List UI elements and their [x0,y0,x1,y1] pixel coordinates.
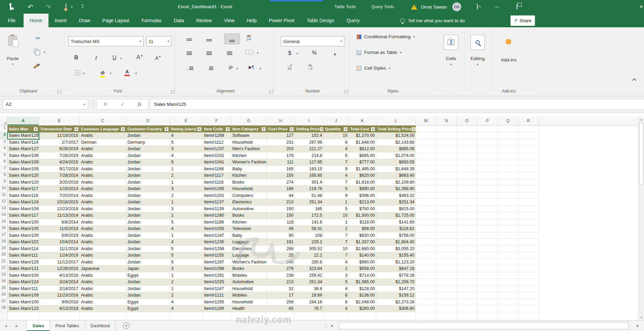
cell[interactable]: Mobiles [231,292,267,299]
empty-cell[interactable] [416,312,436,320]
row-number[interactable]: 20 [0,252,8,259]
font-dialog-launcher[interactable]: ↘ [170,89,175,93]
cell[interactable]: Item#1202 [203,192,231,199]
format-as-table-button[interactable]: Format as Table▾ [357,50,401,55]
empty-cell[interactable] [518,159,539,166]
empty-cell[interactable] [436,219,457,226]
empty-cell[interactable] [498,265,518,272]
tab-review[interactable]: Review [190,14,218,27]
row-number[interactable]: 26 [0,292,8,299]
empty-cell[interactable] [498,179,518,186]
table-header-sales-man[interactable]: Sales Man▼ [8,126,39,132]
cell[interactable]: 141.6 [295,219,324,226]
cell[interactable]: 11/23/2016 [39,292,80,299]
redo-icon[interactable]: ↷ [43,3,53,11]
cell[interactable]: 5 [170,246,203,253]
row-number[interactable]: 22 [0,265,8,272]
cell[interactable]: 4/13/2018 [39,305,80,312]
empty-cell[interactable] [518,179,539,186]
empty-cell[interactable] [436,186,457,192]
cell[interactable]: 4 [324,172,349,179]
cell[interactable]: $1,270.00 [349,132,376,139]
empty-cell[interactable] [477,179,498,186]
cell[interactable]: 65 [267,305,295,312]
cell[interactable]: $1,500.00 [349,212,376,219]
cell[interactable]: Sales Man#123 [8,305,39,312]
cell[interactable]: Arabic [80,246,126,253]
cell[interactable]: Item#1186 [203,219,231,226]
cell[interactable]: 49 [267,226,295,232]
font-size-select[interactable]: 11▾ [146,36,172,46]
cell[interactable]: 6/8/2014 [39,219,80,226]
cell[interactable]: Item#1032 [203,153,231,159]
empty-cell[interactable] [477,292,498,299]
row-number[interactable]: 27 [0,299,8,306]
cell[interactable]: 11/12/2017 [39,259,80,266]
merge-dropdown-icon[interactable]: ▾ [257,51,259,55]
cell[interactable]: $396.00 [349,192,376,199]
empty-cell[interactable] [457,172,477,179]
collapse-ribbon-icon[interactable] [633,78,636,81]
empty-cell[interactable] [518,153,539,159]
cell[interactable]: 165 [267,166,295,173]
cell[interactable]: 111 [267,159,295,166]
cell[interactable]: Electonics [231,199,267,206]
cell[interactable]: 274 [267,179,295,186]
scroll-up-icon[interactable]: ▴ [639,118,644,121]
empty-cell[interactable] [477,246,498,253]
cell[interactable]: $1,725.00 [376,212,416,219]
user-name[interactable]: Omar Sawan [421,4,447,10]
empty-cell[interactable] [477,305,498,312]
cell[interactable]: Egypt [126,305,170,312]
empty-cell[interactable] [498,239,518,246]
text-direction-icon[interactable]: ▶¶ [249,65,254,70]
empty-cell[interactable] [477,299,498,306]
bold-button[interactable]: B [72,55,81,61]
cell[interactable]: 203 [267,146,295,153]
empty-cell[interactable] [477,172,498,179]
table-header-customer-language[interactable]: Customer Language▼ [80,126,126,132]
cell[interactable]: 11/13/2014 [39,212,80,219]
empty-cell[interactable] [518,265,539,272]
cell[interactable]: Arabic [80,305,126,312]
orientation-dropdown-icon[interactable]: ▾ [236,67,238,70]
cell[interactable]: $1,918.00 [349,179,376,186]
empty-cell[interactable] [416,259,436,266]
column-header-J[interactable]: J [324,117,349,126]
filter-icon[interactable]: ▼ [197,127,202,131]
empty-cell[interactable] [518,199,539,206]
align-center-button[interactable] [206,51,212,57]
cell[interactable]: Sales Man#109 [8,292,39,299]
shrink-font-button[interactable]: A▼ [154,55,163,61]
decrease-indent-icon[interactable]: ← [186,66,193,72]
cell[interactable]: 4 [170,132,203,139]
row-number[interactable]: 13 [0,206,8,213]
cell[interactable]: Arabic [80,252,126,259]
empty-cell[interactable] [477,232,498,239]
cell[interactable]: Egypt [126,272,170,279]
empty-cell[interactable] [518,292,539,299]
empty-cell[interactable] [295,312,324,320]
empty-cell[interactable] [498,212,518,219]
cell[interactable]: 8 [324,292,349,299]
empty-cell[interactable] [457,286,477,292]
empty-cell[interactable] [518,246,539,253]
cell[interactable]: 9 [324,166,349,173]
column-header-A[interactable]: A [8,117,39,126]
cell[interactable]: $1,648.35 [376,166,416,173]
empty-cell[interactable] [436,212,457,219]
cell[interactable]: Arabic [80,219,126,226]
empty-cell[interactable] [498,192,518,199]
cell[interactable]: 4/24/2015 [39,159,80,166]
borders-dropdown-icon[interactable]: ▾ [83,72,85,75]
column-header-P[interactable]: P [477,117,498,126]
cell[interactable]: 5 [170,139,203,146]
empty-cell[interactable] [518,299,539,306]
underline-dropdown-icon[interactable]: ▾ [120,57,122,60]
cells-dropdown-icon[interactable]: ▾ [450,63,452,66]
cell[interactable]: Luggage [231,252,267,259]
cell[interactable]: Item#1269 [203,132,231,139]
cell[interactable]: $306.80 [376,305,416,312]
table-header-quantity[interactable]: Quantity▼ [324,126,349,132]
font-name-select[interactable]: Trebuchet MS▾ [68,36,143,46]
